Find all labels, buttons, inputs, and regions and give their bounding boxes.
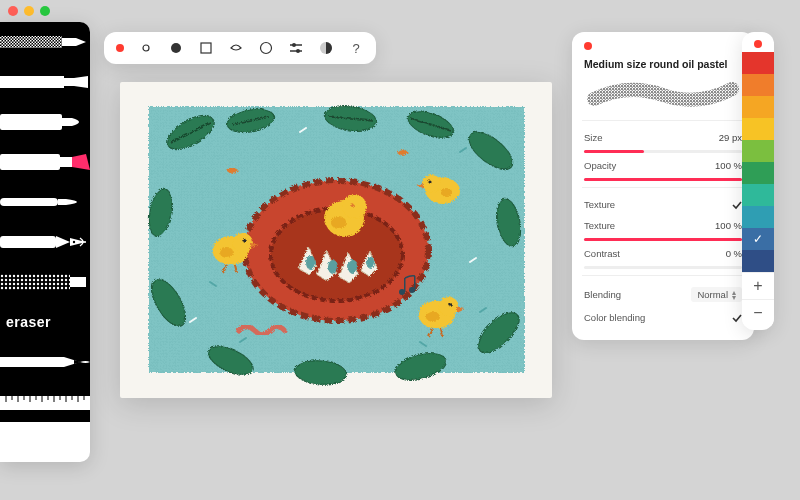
panel-close-dot[interactable] [584,42,592,50]
svg-point-43 [171,43,181,53]
svg-point-98 [422,174,440,192]
tool-fountain-pen[interactable] [0,222,90,262]
minimize-window-button[interactable] [24,6,34,16]
eraser-label: eraser [6,314,51,330]
svg-rect-5 [62,38,76,46]
option-stroke-small[interactable] [138,40,154,56]
color-blending-row[interactable]: Color blending [584,307,742,328]
tool-marker-chisel[interactable] [0,62,90,102]
tool-texture-brush[interactable] [0,262,90,302]
svg-point-89 [330,216,346,228]
opacity-row: Opacity 100 % [584,155,742,176]
svg-point-105 [448,302,452,306]
svg-point-85 [347,259,357,273]
svg-point-83 [305,255,315,269]
color-swatch[interactable] [742,250,774,272]
color-swatch[interactable] [742,228,774,250]
svg-rect-4 [0,36,62,48]
option-sliders-icon[interactable] [288,40,304,56]
svg-rect-24 [0,357,64,367]
option-shape-half[interactable] [318,40,334,56]
texture-amount-value: 100 % [715,220,742,231]
svg-point-20 [73,241,75,243]
option-shape-circle[interactable] [258,40,274,56]
option-help[interactable]: ? [348,40,364,56]
color-swatch[interactable] [742,206,774,228]
brush-properties-panel: Medium size round oil pastel Size 29 px … [572,32,754,340]
color-blending-label: Color blending [584,312,645,323]
blending-label: Blending [584,289,621,300]
panel-close-dot[interactable] [754,40,762,48]
svg-marker-14 [72,154,90,170]
svg-point-45 [261,43,272,54]
check-icon [732,313,742,323]
svg-marker-9 [74,76,88,88]
opacity-label: Opacity [584,160,616,171]
tool-marker-wide[interactable] [0,22,90,62]
svg-point-94 [219,247,233,257]
svg-marker-18 [56,236,70,248]
tool-pencil[interactable] [0,342,90,382]
svg-rect-15 [0,198,58,206]
size-value: 29 px [719,132,742,143]
remove-color-button[interactable]: − [742,300,774,326]
blending-row[interactable]: Blending Normal ▴▾ [584,282,742,307]
tool-highlighter[interactable] [0,142,90,182]
tool-pen-round[interactable] [0,102,90,142]
svg-point-47 [292,43,296,47]
svg-rect-10 [0,114,62,130]
svg-rect-27 [0,396,90,410]
tool-ruler[interactable] [0,382,90,422]
option-shape-square[interactable] [198,40,214,56]
opacity-slider[interactable] [584,178,742,181]
color-swatch[interactable] [742,162,774,184]
brush-stroke-preview [584,78,742,110]
add-color-button[interactable]: + [742,273,774,299]
tool-brush-thin[interactable] [0,182,90,222]
svg-rect-8 [64,78,74,86]
texture-amount-label: Texture [584,220,615,231]
check-icon [732,200,742,210]
opacity-value: 100 % [715,160,742,171]
svg-rect-17 [0,236,56,248]
tool-eraser[interactable]: eraser [0,302,90,342]
color-swatch[interactable] [742,74,774,96]
maximize-window-button[interactable] [40,6,50,16]
contrast-value: 0 % [726,248,742,259]
panel-close-dot[interactable] [116,44,124,52]
color-swatch[interactable] [742,52,774,74]
option-shape-drop[interactable] [228,40,244,56]
svg-rect-22 [0,274,70,290]
window-traffic-lights [0,0,800,22]
chevron-updown-icon: ▴▾ [732,290,736,300]
texture-slider[interactable] [584,238,742,241]
contrast-label: Contrast [584,248,620,259]
color-swatch[interactable] [742,96,774,118]
color-swatch[interactable] [742,184,774,206]
svg-marker-19 [70,238,86,246]
texture-toggle-row[interactable]: Texture [584,194,742,215]
size-label: Size [584,132,602,143]
color-swatch[interactable] [742,140,774,162]
svg-rect-13 [60,157,72,167]
close-window-button[interactable] [8,6,18,16]
svg-rect-7 [0,76,64,88]
size-row: Size 29 px [584,127,742,148]
svg-rect-16 [58,199,66,205]
color-swatch[interactable] [742,118,774,140]
tool-sidebar: eraser [0,22,90,462]
svg-point-103 [438,296,458,316]
contrast-slider[interactable] [584,266,742,269]
canvas[interactable] [120,82,552,398]
blending-select[interactable]: Normal ▴▾ [691,287,742,302]
texture-amount-row: Texture 100 % [584,215,742,236]
size-slider[interactable] [584,150,742,153]
svg-point-100 [427,179,430,182]
svg-point-93 [242,238,246,242]
svg-rect-11 [62,118,72,126]
color-palette-panel: + − [742,32,774,330]
option-stroke-large[interactable] [168,40,184,56]
texture-label: Texture [584,199,615,210]
svg-point-106 [425,311,439,321]
svg-point-42 [143,45,149,51]
